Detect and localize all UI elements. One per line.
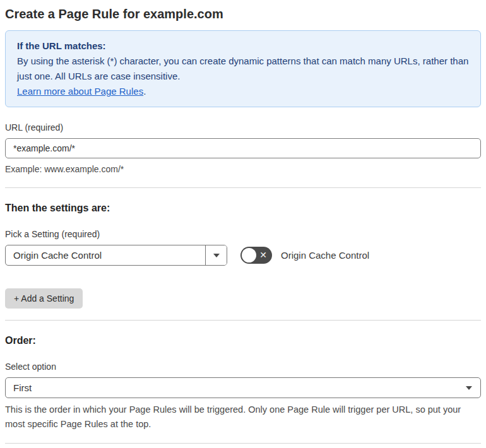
info-box-heading: If the URL matches: xyxy=(17,38,469,54)
origin-cache-control-toggle[interactable]: ✕ xyxy=(240,247,272,264)
toggle-caption: Origin Cache Control xyxy=(281,250,369,261)
settings-section-heading: Then the settings are: xyxy=(5,202,481,214)
select-option-label: Select option xyxy=(5,362,481,372)
add-setting-button[interactable]: + Add a Setting xyxy=(5,288,83,309)
info-box-body: By using the asterisk (*) character, you… xyxy=(17,54,469,84)
chevron-down-icon xyxy=(213,254,220,257)
pick-setting-label: Pick a Setting (required) xyxy=(5,229,481,240)
divider xyxy=(5,443,481,444)
x-icon: ✕ xyxy=(259,247,267,264)
divider xyxy=(5,187,481,188)
url-example-helper: Example: www.example.com/* xyxy=(5,162,481,176)
url-match-info-box: If the URL matches: By using the asteris… xyxy=(5,30,481,107)
divider xyxy=(5,320,481,321)
page-title: Create a Page Rule for example.com xyxy=(5,5,481,23)
setting-dropdown[interactable]: Origin Cache Control xyxy=(5,245,227,266)
toggle-knob xyxy=(242,248,256,262)
order-section-heading: Order: xyxy=(5,334,481,346)
order-helper-text: This is the order in which your Page Rul… xyxy=(5,403,481,432)
setting-dropdown-arrow-button[interactable] xyxy=(205,245,227,265)
setting-row: Origin Cache Control ✕ Origin Cache Cont… xyxy=(5,245,481,266)
chevron-down-icon xyxy=(466,386,472,390)
order-select[interactable]: First xyxy=(5,377,481,398)
url-input[interactable] xyxy=(5,138,481,158)
order-select-value: First xyxy=(6,378,480,398)
learn-more-link[interactable]: Learn more about Page Rules xyxy=(17,86,143,97)
setting-dropdown-value: Origin Cache Control xyxy=(6,245,205,265)
info-link-suffix: . xyxy=(143,86,146,97)
url-field-label: URL (required) xyxy=(5,122,481,133)
